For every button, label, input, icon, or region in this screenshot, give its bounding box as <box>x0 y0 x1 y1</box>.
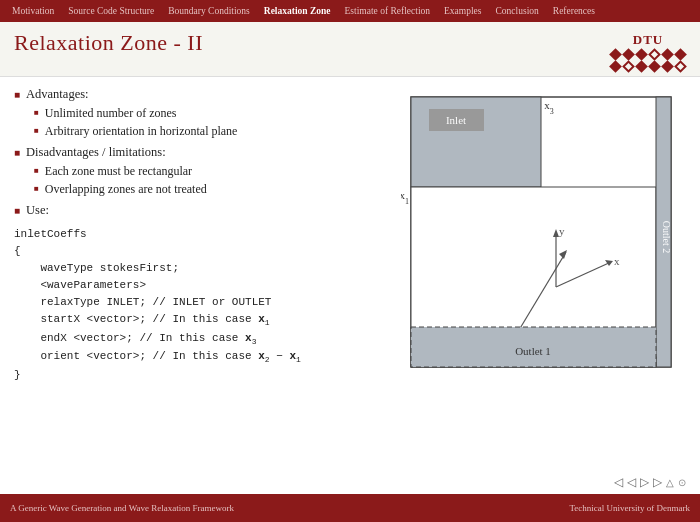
nav-references[interactable]: References <box>547 4 601 18</box>
right-diagram: Inlet x2 x1 x3 y x <box>401 87 686 487</box>
dtu-diamond-2 <box>622 48 635 61</box>
bullet-icon-adv1: ■ <box>34 108 39 117</box>
svg-text:x: x <box>614 255 620 267</box>
nav-boundary[interactable]: Boundary Conditions <box>162 4 256 18</box>
adv2-item: ■ Arbitrary orientation in horizontal pl… <box>34 124 391 139</box>
bullet-icon-use: ■ <box>14 205 20 216</box>
bullet-icon-adv2: ■ <box>34 126 39 135</box>
nav-arrows: ◁ ◁ ▷ ▷ △ ⊙ <box>614 475 686 490</box>
dtu-label: DTU <box>633 32 663 48</box>
bullet-icon-dis1: ■ <box>34 166 39 175</box>
adv1-text: Unlimited number of zones <box>45 106 177 121</box>
svg-text:x1: x1 <box>401 189 409 206</box>
code-line-1: { <box>14 243 391 260</box>
dis2-item: ■ Overlapping zones are not treated <box>34 182 391 197</box>
advantages-header: ■ Advantages: <box>14 87 391 102</box>
code-line-8: } <box>14 367 391 384</box>
nav-arrow-prev1[interactable]: ◁ <box>614 475 623 490</box>
code-block: inletCoeffs { waveType stokesFirst; <wav… <box>14 226 391 384</box>
dtu-diamond-1 <box>609 48 622 61</box>
dtu-diamond-6 <box>674 48 687 61</box>
nav-arrow-next1[interactable]: ▷ <box>640 475 649 490</box>
nav-examples[interactable]: Examples <box>438 4 487 18</box>
advantages-label: Advantages: <box>26 87 88 102</box>
page-title: Relaxation Zone - II <box>14 30 203 56</box>
disadvantages-header: ■ Disadvantages / limitations: <box>14 145 391 160</box>
code-line-0: inletCoeffs <box>14 226 391 243</box>
dtu-diamond-7 <box>609 60 622 73</box>
nav-page-indicator: ⊙ <box>678 477 686 488</box>
footer-right: Technical University of Denmark <box>569 503 690 513</box>
svg-text:Outlet 1: Outlet 1 <box>515 345 551 357</box>
adv1-item: ■ Unlimited number of zones <box>34 106 391 121</box>
adv2-text: Arbitrary orientation in horizontal plan… <box>45 124 238 139</box>
main-content: ■ Advantages: ■ Unlimited number of zone… <box>0 77 700 497</box>
code-line-6: endX <vector>; // In this case x3 <box>14 330 391 349</box>
dtu-diamond-10 <box>648 60 661 73</box>
dtu-diamond-11 <box>661 60 674 73</box>
footer-left: A Generic Wave Generation and Wave Relax… <box>10 503 234 513</box>
dtu-diamond-4 <box>648 48 661 61</box>
dtu-bars <box>610 49 686 60</box>
nav-source-code[interactable]: Source Code Structure <box>62 4 160 18</box>
code-line-3: <waveParameters> <box>14 277 391 294</box>
nav-motivation[interactable]: Motivation <box>6 4 60 18</box>
bullet-icon-dis: ■ <box>14 147 20 158</box>
header: Relaxation Zone - II DTU <box>0 22 700 77</box>
nav-relaxation[interactable]: Relaxation Zone <box>258 4 337 18</box>
nav-estimate[interactable]: Estimate of Reflection <box>339 4 436 18</box>
nav-arrow-next2[interactable]: ▷ <box>653 475 662 490</box>
bullet-icon-dis2: ■ <box>34 184 39 193</box>
footer: A Generic Wave Generation and Wave Relax… <box>0 494 700 522</box>
dtu-diamond-5 <box>661 48 674 61</box>
use-section: ■ Use: <box>14 203 391 218</box>
dtu-diamond-9 <box>635 60 648 73</box>
diagram-svg: Inlet x2 x1 x3 y x <box>401 87 686 382</box>
code-line-5: startX <vector>; // In this case x1 <box>14 311 391 330</box>
dtu-bars-2 <box>610 61 686 72</box>
disadvantages-section: ■ Disadvantages / limitations: ■ Each zo… <box>14 145 391 197</box>
nav-arrow-prev2[interactable]: ◁ <box>627 475 636 490</box>
dtu-diamond-12 <box>674 60 687 73</box>
code-line-4: relaxType INLET; // INLET or OUTLET <box>14 294 391 311</box>
dis1-text: Each zone must be rectangular <box>45 164 192 179</box>
dtu-logo: DTU <box>610 32 686 72</box>
svg-text:y: y <box>559 225 565 237</box>
use-header: ■ Use: <box>14 203 391 218</box>
use-label: Use: <box>26 203 49 218</box>
dtu-diamond-8 <box>622 60 635 73</box>
nav-arrow-up[interactable]: △ <box>666 477 674 488</box>
dtu-diamond-3 <box>635 48 648 61</box>
bullet-icon-advantages: ■ <box>14 89 20 100</box>
dis2-text: Overlapping zones are not treated <box>45 182 207 197</box>
left-content: ■ Advantages: ■ Unlimited number of zone… <box>14 87 391 487</box>
dis1-item: ■ Each zone must be rectangular <box>34 164 391 179</box>
svg-text:Inlet: Inlet <box>446 114 466 126</box>
svg-text:x3: x3 <box>544 99 554 116</box>
svg-text:Outlet 2: Outlet 2 <box>661 221 672 254</box>
nav-conclusion[interactable]: Conclusion <box>490 4 545 18</box>
code-line-7: orient <vector>; // In this case x2 − x1 <box>14 348 391 367</box>
navbar: Motivation Source Code Structure Boundar… <box>0 0 700 22</box>
disadvantages-label: Disadvantages / limitations: <box>26 145 166 160</box>
advantages-section: ■ Advantages: ■ Unlimited number of zone… <box>14 87 391 139</box>
code-line-2: waveType stokesFirst; <box>14 260 391 277</box>
